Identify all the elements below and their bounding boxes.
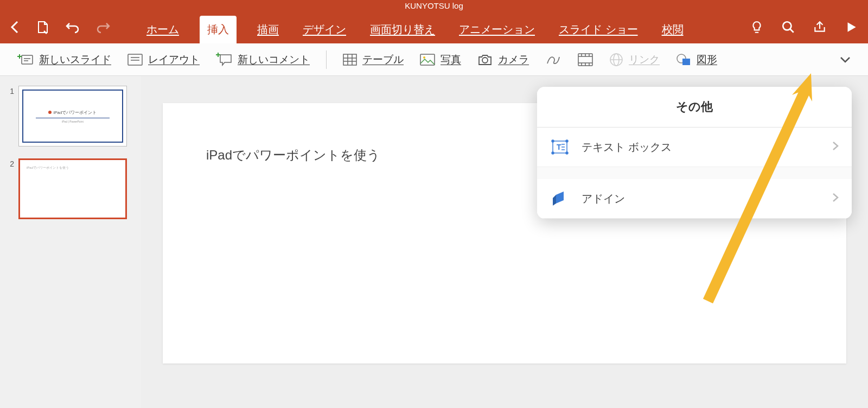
svg-point-32 <box>552 152 554 154</box>
table-icon <box>343 54 357 66</box>
textbox-option[interactable]: T テキスト ボックス <box>537 127 852 167</box>
textbox-icon: T <box>550 137 570 157</box>
svg-rect-28 <box>682 59 690 65</box>
thumb-number: 2 <box>5 158 14 219</box>
thumb-number: 1 <box>5 86 14 146</box>
popover-title: その他 <box>537 87 852 127</box>
more-popover: その他 T テキスト ボックス アドイン <box>537 87 852 219</box>
tab-slideshow[interactable]: スライド ショー <box>556 16 641 43</box>
comment-icon <box>216 53 232 67</box>
layout-icon <box>127 54 143 66</box>
play-icon[interactable] <box>844 20 858 34</box>
file-icon[interactable] <box>36 20 50 34</box>
svg-point-30 <box>552 140 554 142</box>
tab-review[interactable]: 校閲 <box>659 16 687 43</box>
link-button: リンク <box>609 53 660 67</box>
svg-rect-4 <box>128 54 142 65</box>
search-icon[interactable] <box>781 20 795 34</box>
shape-button[interactable]: 図形 <box>676 53 717 67</box>
divider <box>326 50 327 69</box>
lightbulb-icon[interactable] <box>750 20 764 34</box>
svg-point-0 <box>783 22 791 30</box>
tab-insert[interactable]: 挿入 <box>200 16 237 43</box>
scribble-icon <box>545 53 561 67</box>
shape-icon <box>676 53 691 66</box>
svg-point-33 <box>566 152 568 154</box>
chevron-right-icon <box>832 193 839 205</box>
camera-icon <box>477 54 493 66</box>
redo-icon[interactable] <box>95 21 111 34</box>
new-slide-button[interactable]: 新しいスライド <box>17 53 111 67</box>
ribbon-toolbar: 新しいスライド レイアウト 新しいコメント テーブル 写真 カメラ リンク 図形 <box>0 43 868 76</box>
app-header: ホーム 挿入 描画 デザイン 画面切り替え アニメーション スライド ショー 校… <box>0 11 868 43</box>
table-button[interactable]: テーブル <box>343 53 404 67</box>
video-icon <box>578 53 593 66</box>
svg-point-31 <box>566 140 568 142</box>
svg-point-13 <box>423 56 425 59</box>
draw-button[interactable] <box>545 53 561 67</box>
svg-point-14 <box>482 58 488 63</box>
thumbnail-1[interactable]: iPadでパワーポイント iPad | PowerPoint <box>18 86 127 146</box>
ribbon-tabs: ホーム 挿入 描画 デザイン 画面切り替え アニメーション スライド ショー 校… <box>143 11 687 43</box>
window-title: KUNYOTSU log <box>0 0 868 11</box>
svg-text:T: T <box>557 143 561 151</box>
addin-icon <box>550 189 570 208</box>
slide-thumbnails: 1 iPadでパワーポイント iPad | PowerPoint 2 iPadで… <box>0 76 141 408</box>
svg-rect-7 <box>343 54 356 65</box>
more-button[interactable] <box>840 56 851 63</box>
tab-home[interactable]: ホーム <box>143 16 182 43</box>
link-icon <box>609 53 623 67</box>
back-icon[interactable] <box>10 20 21 35</box>
layout-button[interactable]: レイアウト <box>127 53 200 67</box>
chevron-down-icon <box>840 56 851 63</box>
new-slide-icon <box>17 53 34 66</box>
chevron-right-icon <box>832 141 839 153</box>
svg-rect-12 <box>420 54 435 65</box>
camera-button[interactable]: カメラ <box>477 53 529 67</box>
new-comment-button[interactable]: 新しいコメント <box>216 53 310 67</box>
addin-option[interactable]: アドイン <box>537 179 852 219</box>
tab-design[interactable]: デザイン <box>299 16 349 43</box>
photo-icon <box>420 54 435 66</box>
share-icon[interactable] <box>813 20 827 34</box>
tab-draw[interactable]: 描画 <box>254 16 282 43</box>
tab-animations[interactable]: アニメーション <box>456 16 538 43</box>
tab-transitions[interactable]: 画面切り替え <box>367 16 438 43</box>
undo-icon[interactable] <box>65 21 80 34</box>
video-button[interactable] <box>578 53 593 66</box>
photo-button[interactable]: 写真 <box>420 53 461 67</box>
svg-rect-1 <box>22 55 33 64</box>
thumbnail-2[interactable]: iPadでパワーポイントを使う <box>18 158 127 219</box>
